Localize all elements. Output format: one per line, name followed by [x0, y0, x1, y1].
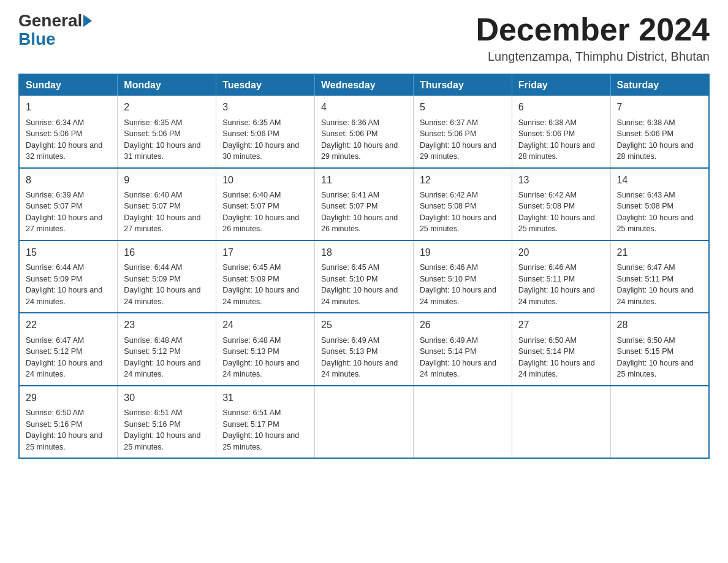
day-info: Sunrise: 6:46 AMSunset: 5:11 PMDaylight:…	[518, 263, 595, 306]
day-number: 13	[518, 174, 604, 187]
calendar-day-cell: 26 Sunrise: 6:49 AMSunset: 5:14 PMDaylig…	[413, 313, 512, 385]
day-info: Sunrise: 6:40 AMSunset: 5:07 PMDaylight:…	[222, 191, 299, 234]
month-title: December 2024	[476, 12, 710, 47]
day-info: Sunrise: 6:49 AMSunset: 5:14 PMDaylight:…	[420, 336, 496, 379]
day-number: 19	[420, 246, 506, 259]
calendar-day-cell: 1 Sunrise: 6:34 AMSunset: 5:06 PMDayligh…	[19, 96, 118, 167]
logo-blue-text: Blue	[18, 29, 56, 49]
day-info: Sunrise: 6:45 AMSunset: 5:10 PMDaylight:…	[321, 263, 398, 306]
col-friday: Friday	[512, 74, 610, 96]
calendar-day-cell: 20 Sunrise: 6:46 AMSunset: 5:11 PMDaylig…	[512, 240, 610, 313]
day-info: Sunrise: 6:40 AMSunset: 5:07 PMDaylight:…	[124, 191, 200, 234]
day-info: Sunrise: 6:42 AMSunset: 5:08 PMDaylight:…	[420, 191, 496, 234]
calendar-day-cell: 31 Sunrise: 6:51 AMSunset: 5:17 PMDaylig…	[216, 386, 315, 458]
day-number: 2	[124, 101, 210, 114]
day-number: 9	[124, 174, 210, 187]
location-text: Lungtenzampa, Thimphu District, Bhutan	[476, 50, 710, 64]
day-number: 24	[222, 318, 308, 332]
calendar-day-cell: 19 Sunrise: 6:46 AMSunset: 5:10 PMDaylig…	[413, 240, 512, 313]
col-wednesday: Wednesday	[315, 74, 414, 96]
day-number: 23	[124, 318, 210, 332]
day-number: 11	[321, 174, 407, 187]
day-info: Sunrise: 6:43 AMSunset: 5:08 PMDaylight:…	[617, 191, 694, 234]
calendar-day-cell: 14 Sunrise: 6:43 AMSunset: 5:08 PMDaylig…	[610, 168, 709, 240]
logo-triangle-icon	[83, 15, 92, 27]
calendar-day-cell: 16 Sunrise: 6:44 AMSunset: 5:09 PMDaylig…	[118, 240, 216, 313]
calendar-week-row: 15 Sunrise: 6:44 AMSunset: 5:09 PMDaylig…	[19, 240, 709, 313]
calendar-day-cell: 9 Sunrise: 6:40 AMSunset: 5:07 PMDayligh…	[118, 168, 216, 240]
day-number: 25	[321, 318, 407, 332]
col-thursday: Thursday	[413, 74, 512, 96]
calendar-day-cell: 18 Sunrise: 6:45 AMSunset: 5:10 PMDaylig…	[315, 240, 414, 313]
calendar-day-cell	[610, 386, 709, 458]
day-number: 1	[26, 101, 111, 114]
day-info: Sunrise: 6:49 AMSunset: 5:13 PMDaylight:…	[321, 336, 398, 379]
day-info: Sunrise: 6:51 AMSunset: 5:17 PMDaylight:…	[222, 408, 299, 451]
day-info: Sunrise: 6:51 AMSunset: 5:16 PMDaylight:…	[124, 408, 200, 451]
day-info: Sunrise: 6:36 AMSunset: 5:06 PMDaylight:…	[321, 118, 398, 161]
logo: General Blue	[18, 12, 93, 49]
calendar-day-cell: 6 Sunrise: 6:38 AMSunset: 5:06 PMDayligh…	[512, 96, 610, 167]
title-block: December 2024 Lungtenzampa, Thimphu Dist…	[476, 12, 710, 64]
day-info: Sunrise: 6:38 AMSunset: 5:06 PMDaylight:…	[617, 118, 694, 161]
day-number: 10	[222, 174, 308, 187]
day-number: 30	[124, 391, 210, 405]
day-number: 17	[222, 246, 308, 259]
calendar-table: Sunday Monday Tuesday Wednesday Thursday…	[18, 74, 710, 459]
day-info: Sunrise: 6:37 AMSunset: 5:06 PMDaylight:…	[420, 118, 496, 161]
day-info: Sunrise: 6:50 AMSunset: 5:14 PMDaylight:…	[518, 336, 595, 379]
calendar-day-cell: 3 Sunrise: 6:35 AMSunset: 5:06 PMDayligh…	[216, 96, 315, 167]
calendar-day-cell: 13 Sunrise: 6:42 AMSunset: 5:08 PMDaylig…	[512, 168, 610, 240]
calendar-day-cell: 23 Sunrise: 6:48 AMSunset: 5:12 PMDaylig…	[118, 313, 216, 385]
day-number: 20	[518, 246, 604, 259]
day-number: 7	[617, 101, 702, 114]
day-number: 4	[321, 101, 407, 114]
day-info: Sunrise: 6:38 AMSunset: 5:06 PMDaylight:…	[518, 118, 595, 161]
day-number: 18	[321, 246, 407, 259]
calendar-day-cell: 12 Sunrise: 6:42 AMSunset: 5:08 PMDaylig…	[413, 168, 512, 240]
calendar-day-cell: 11 Sunrise: 6:41 AMSunset: 5:07 PMDaylig…	[315, 168, 414, 240]
calendar-day-cell: 7 Sunrise: 6:38 AMSunset: 5:06 PMDayligh…	[610, 96, 709, 167]
calendar-week-row: 8 Sunrise: 6:39 AMSunset: 5:07 PMDayligh…	[19, 168, 709, 240]
calendar-day-cell: 2 Sunrise: 6:35 AMSunset: 5:06 PMDayligh…	[118, 96, 216, 167]
calendar-day-cell: 15 Sunrise: 6:44 AMSunset: 5:09 PMDaylig…	[19, 240, 118, 313]
calendar-day-cell: 30 Sunrise: 6:51 AMSunset: 5:16 PMDaylig…	[118, 386, 216, 458]
calendar-day-cell	[512, 386, 610, 458]
calendar-day-cell: 22 Sunrise: 6:47 AMSunset: 5:12 PMDaylig…	[19, 313, 118, 385]
col-saturday: Saturday	[610, 74, 709, 96]
calendar-day-cell: 25 Sunrise: 6:49 AMSunset: 5:13 PMDaylig…	[315, 313, 414, 385]
day-number: 31	[222, 391, 308, 405]
day-number: 29	[26, 391, 111, 405]
calendar-day-cell: 10 Sunrise: 6:40 AMSunset: 5:07 PMDaylig…	[216, 168, 315, 240]
day-info: Sunrise: 6:48 AMSunset: 5:13 PMDaylight:…	[222, 336, 299, 379]
day-number: 22	[26, 318, 111, 332]
page-header: General Blue December 2024 Lungtenzampa,…	[18, 12, 710, 64]
col-tuesday: Tuesday	[216, 74, 315, 96]
calendar-day-cell	[315, 386, 414, 458]
day-number: 28	[617, 318, 702, 332]
day-info: Sunrise: 6:48 AMSunset: 5:12 PMDaylight:…	[124, 336, 200, 379]
day-number: 14	[617, 174, 702, 187]
calendar-day-cell: 29 Sunrise: 6:50 AMSunset: 5:16 PMDaylig…	[19, 386, 118, 458]
day-number: 27	[518, 318, 604, 332]
day-info: Sunrise: 6:50 AMSunset: 5:16 PMDaylight:…	[26, 408, 102, 451]
day-info: Sunrise: 6:46 AMSunset: 5:10 PMDaylight:…	[420, 263, 496, 306]
calendar-week-row: 1 Sunrise: 6:34 AMSunset: 5:06 PMDayligh…	[19, 96, 709, 167]
day-number: 3	[222, 101, 308, 114]
col-sunday: Sunday	[19, 74, 118, 96]
calendar-week-row: 29 Sunrise: 6:50 AMSunset: 5:16 PMDaylig…	[19, 386, 709, 458]
day-info: Sunrise: 6:47 AMSunset: 5:11 PMDaylight:…	[617, 263, 694, 306]
day-number: 15	[26, 246, 111, 259]
calendar-day-cell: 4 Sunrise: 6:36 AMSunset: 5:06 PMDayligh…	[315, 96, 414, 167]
calendar-day-cell: 27 Sunrise: 6:50 AMSunset: 5:14 PMDaylig…	[512, 313, 610, 385]
day-info: Sunrise: 6:39 AMSunset: 5:07 PMDaylight:…	[26, 191, 102, 234]
day-number: 26	[420, 318, 506, 332]
col-monday: Monday	[118, 74, 216, 96]
calendar-day-cell	[413, 386, 512, 458]
logo-general-text: General	[18, 12, 82, 29]
day-number: 5	[420, 101, 506, 114]
calendar-day-cell: 21 Sunrise: 6:47 AMSunset: 5:11 PMDaylig…	[610, 240, 709, 313]
calendar-week-row: 22 Sunrise: 6:47 AMSunset: 5:12 PMDaylig…	[19, 313, 709, 385]
day-info: Sunrise: 6:42 AMSunset: 5:08 PMDaylight:…	[518, 191, 595, 234]
day-info: Sunrise: 6:47 AMSunset: 5:12 PMDaylight:…	[26, 336, 102, 379]
